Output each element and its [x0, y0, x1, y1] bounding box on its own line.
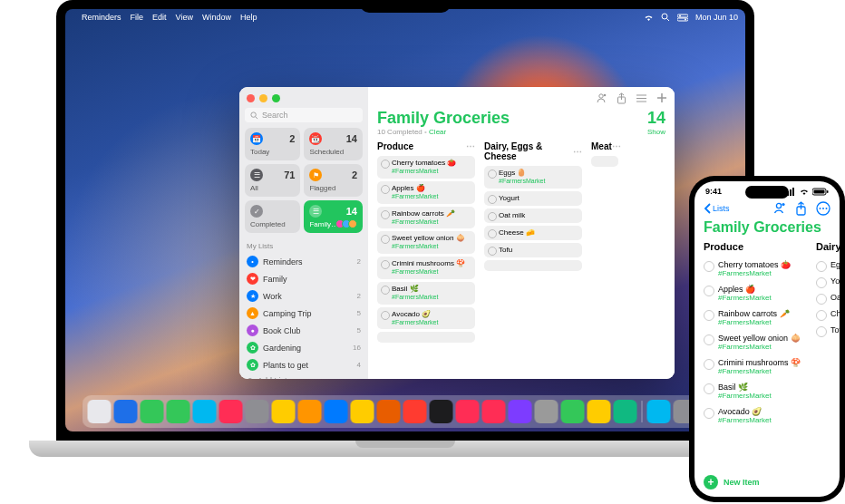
- add-reminder-placeholder[interactable]: [377, 332, 475, 343]
- reminder-tag[interactable]: #FarmersMarket: [718, 294, 809, 302]
- reminder-item[interactable]: Crimini mushrooms 🍄#FarmersMarket: [377, 257, 475, 279]
- reminder-item[interactable]: Oat milk: [484, 208, 582, 223]
- sidebar-item-list[interactable]: ▲Camping Trip5: [245, 305, 363, 322]
- dock-app-icon[interactable]: [114, 400, 138, 423]
- reminder-item[interactable]: Apples 🍎#FarmersMarket: [377, 181, 475, 204]
- reminder-tag[interactable]: #FarmersMarket: [718, 392, 809, 400]
- reminder-tag[interactable]: #FarmersMarket: [392, 218, 472, 227]
- menubar-clock[interactable]: Mon Jun 10: [695, 13, 738, 22]
- back-button[interactable]: Lists: [704, 203, 730, 214]
- reminder-tag[interactable]: #FarmersMarket: [392, 294, 472, 302]
- menu-help[interactable]: Help: [240, 13, 257, 22]
- smart-flagged[interactable]: ⚑2 Flagged: [304, 164, 363, 197]
- dock-app-icon[interactable]: [298, 400, 322, 423]
- reminder-item[interactable]: Apples 🍎#FarmersMarket: [704, 281, 809, 305]
- control-center-icon[interactable]: [677, 14, 688, 22]
- reminder-tag[interactable]: #FarmersMarket: [718, 343, 809, 351]
- menu-view[interactable]: View: [176, 13, 193, 22]
- reminder-item[interactable]: Crimini mushrooms 🍄#FarmersMarket: [704, 354, 809, 379]
- dock-app-icon[interactable]: [614, 400, 637, 423]
- reminder-item[interactable]: Avocado 🥑#FarmersMarket: [377, 307, 475, 330]
- reminder-item[interactable]: Cherry tomatoes 🍅#FarmersMarket: [377, 156, 475, 179]
- reminder-item[interactable]: Tof: [816, 322, 840, 338]
- sidebar-item-list[interactable]: ●Book Club5: [245, 322, 363, 339]
- smart-today[interactable]: 📅2 Today: [245, 128, 300, 160]
- reminder-tag[interactable]: #FarmersMarket: [499, 178, 579, 186]
- reminder-tag[interactable]: #FarmersMarket: [392, 319, 472, 327]
- reminder-tag[interactable]: #FarmersMarket: [718, 269, 809, 277]
- reminder-item[interactable]: Basil 🌿#FarmersMarket: [377, 282, 475, 305]
- menu-window[interactable]: Window: [202, 13, 231, 22]
- reminder-item[interactable]: Avocado 🥑#FarmersMarket: [704, 403, 809, 428]
- dock-app-icon[interactable]: [88, 400, 112, 423]
- sidebar-item-list[interactable]: ✿Plants to get4: [245, 356, 363, 373]
- collaborate-icon[interactable]: [772, 201, 786, 216]
- dock-app-icon[interactable]: [167, 400, 190, 423]
- reminder-item[interactable]: Yogurt: [484, 191, 582, 206]
- sidebar-item-list[interactable]: •Reminders2: [245, 253, 363, 270]
- reminder-item[interactable]: Che: [816, 305, 840, 322]
- column-header[interactable]: Dairy, Eggs & Cheese⋯: [484, 141, 582, 161]
- smart-family-shared[interactable]: ☰ 14 Family…: [304, 200, 363, 233]
- add-reminder-placeholder[interactable]: [484, 260, 582, 271]
- sidebar-item-list[interactable]: ★Work2: [245, 287, 363, 305]
- share-icon[interactable]: [795, 201, 807, 216]
- new-item-button[interactable]: + New Item: [694, 468, 840, 497]
- search-input[interactable]: Search: [245, 108, 363, 122]
- reminder-item[interactable]: Oat: [816, 289, 840, 305]
- dock-app-icon[interactable]: [377, 400, 401, 423]
- smart-completed[interactable]: ✓ Completed: [245, 200, 300, 233]
- sidebar-item-list[interactable]: ✿Gardening16: [245, 339, 363, 356]
- reminder-item[interactable]: Tofu: [484, 243, 582, 257]
- reminder-item[interactable]: Eggs 🥚#FarmersMarket: [484, 166, 582, 189]
- clear-button[interactable]: Clear: [429, 128, 446, 136]
- dock-app-icon[interactable]: [141, 400, 164, 423]
- reminder-tag[interactable]: #FarmersMarket: [718, 367, 809, 375]
- show-button[interactable]: Show: [647, 128, 665, 136]
- dock-app-icon[interactable]: [647, 400, 671, 423]
- dock-app-icon[interactable]: [535, 400, 558, 423]
- smart-scheduled[interactable]: 📆14 Scheduled: [304, 128, 363, 160]
- more-icon[interactable]: [816, 201, 830, 216]
- dock-app-icon[interactable]: [403, 400, 427, 423]
- dock-app-icon[interactable]: [456, 400, 480, 423]
- menu-edit[interactable]: Edit: [152, 13, 167, 22]
- reminder-item[interactable]: Cheese 🧀: [484, 226, 582, 240]
- reminder-item[interactable]: Sweet yellow onion 🧅#FarmersMarket: [377, 231, 475, 254]
- close-button[interactable]: [247, 94, 255, 102]
- wifi-icon[interactable]: [644, 14, 654, 22]
- dock-app-icon[interactable]: [219, 400, 243, 423]
- more-icon[interactable]: ⋯: [612, 141, 621, 151]
- share-icon[interactable]: [617, 92, 626, 104]
- add-list-button[interactable]: ⊕ Add List: [245, 373, 363, 379]
- dock-app-icon[interactable]: [325, 400, 348, 423]
- dock-app-icon[interactable]: [561, 400, 585, 423]
- dock-app-icon[interactable]: [193, 400, 217, 423]
- reminder-tag[interactable]: #FarmersMarket: [718, 416, 809, 424]
- smart-all[interactable]: ☰71 All: [245, 164, 300, 197]
- view-options-icon[interactable]: [636, 93, 647, 103]
- dock-app-icon[interactable]: [509, 400, 532, 423]
- reminder-item[interactable]: Yog: [816, 273, 840, 289]
- add-reminder-placeholder[interactable]: [591, 156, 618, 167]
- reminder-tag[interactable]: #FarmersMarket: [718, 318, 809, 326]
- reminder-item[interactable]: Sweet yellow onion 🧅#FarmersMarket: [704, 330, 809, 354]
- add-reminder-icon[interactable]: [656, 92, 667, 103]
- reminder-item[interactable]: Basil 🌿#FarmersMarket: [704, 379, 809, 403]
- spotlight-icon[interactable]: [661, 13, 670, 22]
- more-icon[interactable]: ⋯: [573, 147, 582, 157]
- reminder-item[interactable]: Cherry tomatoes 🍅#FarmersMarket: [704, 257, 809, 281]
- reminder-tag[interactable]: #FarmersMarket: [392, 193, 472, 201]
- dock-app-icon[interactable]: [351, 400, 374, 423]
- reminder-tag[interactable]: #FarmersMarket: [392, 243, 472, 251]
- dock-app-icon[interactable]: [588, 400, 611, 423]
- dock-app-icon[interactable]: [272, 400, 296, 423]
- dock-app-icon[interactable]: [482, 400, 506, 423]
- sidebar-item-list[interactable]: ❤Family: [245, 270, 363, 287]
- collaborate-icon[interactable]: [595, 92, 607, 103]
- dock-app-icon[interactable]: [246, 400, 269, 423]
- reminder-tag[interactable]: #FarmersMarket: [392, 268, 472, 276]
- minimize-button[interactable]: [259, 94, 267, 102]
- dock-app-icon[interactable]: [430, 400, 453, 423]
- reminder-item[interactable]: Rainbow carrots 🥕#FarmersMarket: [377, 207, 475, 229]
